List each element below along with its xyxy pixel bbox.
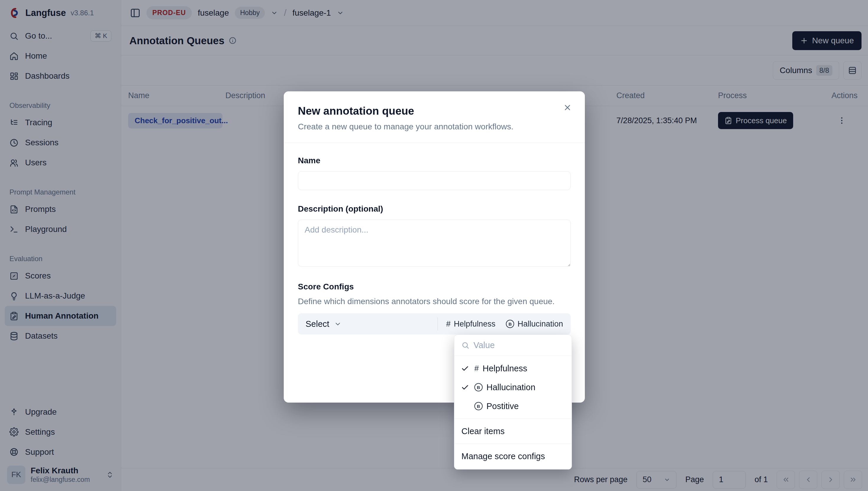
dropdown-option-helpfulness[interactable]: # Helpfulness — [457, 359, 569, 378]
manage-score-configs-button[interactable]: Manage score configs — [454, 445, 572, 467]
selected-score-badge: B Hallucination — [506, 319, 563, 328]
clear-items-button[interactable]: Clear items — [454, 421, 572, 442]
modal-title: New annotation queue — [298, 105, 571, 117]
description-field-label: Description (optional) — [298, 204, 571, 214]
close-icon[interactable] — [561, 102, 574, 114]
dropdown-divider — [454, 443, 572, 444]
selected-score-badge: # Helpfulness — [446, 319, 495, 328]
name-field-label: Name — [298, 156, 571, 165]
modal-subtitle: Create a new queue to manage your annota… — [298, 122, 571, 132]
score-configs-help: Define which dimensions annotators shoul… — [298, 297, 571, 306]
score-configs-label: Score Configs — [298, 282, 571, 291]
numeric-type-icon: # — [446, 319, 450, 328]
score-configs-select[interactable]: Select # Helpfulness B Hallucination — [298, 313, 571, 335]
score-configs-dropdown: # Helpfulness B Hallucination B Postitiv… — [454, 335, 572, 469]
select-separator — [438, 317, 438, 330]
boolean-type-icon: B — [474, 383, 483, 392]
check-icon — [461, 383, 474, 392]
search-icon — [461, 341, 469, 349]
queue-description-textarea[interactable] — [298, 220, 571, 267]
dropdown-option-postitive[interactable]: B Postitive — [457, 397, 569, 415]
check-icon — [461, 364, 474, 373]
dropdown-search-input[interactable] — [474, 340, 565, 350]
modal-header: New annotation queue Create a new queue … — [284, 91, 585, 143]
scrollbar-thumb[interactable] — [457, 469, 561, 469]
queue-name-input[interactable] — [298, 171, 571, 190]
horizontal-scrollbar — [457, 469, 569, 469]
boolean-type-icon: B — [474, 402, 483, 410]
modal-body: Name Description (optional) Score Config… — [284, 143, 585, 335]
dropdown-divider — [454, 418, 572, 419]
dropdown-search — [454, 335, 572, 356]
numeric-type-icon: # — [474, 364, 479, 373]
boolean-type-icon: B — [506, 320, 514, 328]
dropdown-option-hallucination[interactable]: B Hallucination — [457, 378, 569, 397]
chevron-down-icon — [334, 320, 341, 328]
